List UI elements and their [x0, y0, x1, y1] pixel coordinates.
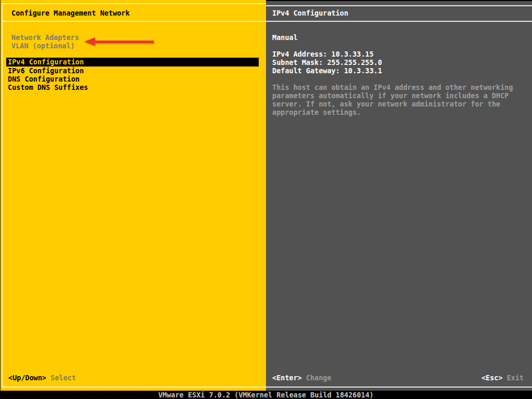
ipv4-configuration-panel: IPv4 Configuration Manual IPv4 Address: …	[266, 0, 532, 391]
description-line: This host can obtain an IPv4 address and…	[272, 83, 513, 91]
red-arrow-shaft	[92, 41, 154, 43]
updown-select-hint: <Up/Down> Select	[8, 374, 76, 382]
ipv4-settings-block: IPv4 Address: 10.3.33.15 Subnet Mask: 25…	[272, 50, 382, 75]
menu-item-ipv4-configuration[interactable]: IPv4 Configuration	[6, 58, 259, 66]
ipv4-address-label: IPv4 Address:	[272, 50, 331, 58]
title-separator	[2, 21, 266, 22]
ipv4-address-value: 10.3.33.15	[331, 50, 374, 58]
default-gateway-value: 10.3.33.1	[344, 66, 382, 75]
exit-action-label: Exit	[507, 374, 524, 382]
description-line: server. If not, ask your network adminis…	[272, 100, 513, 108]
panel-top-border	[2, 3, 266, 4]
menu-item-dns-configuration[interactable]: DNS Configuration	[6, 75, 259, 83]
updown-key-label: <Up/Down>	[8, 374, 46, 382]
enter-change-hint: <Enter> Change	[272, 374, 331, 382]
subnet-mask-row: Subnet Mask: 255.255.255.0	[272, 58, 382, 66]
subnet-mask-value: 255.255.255.0	[327, 58, 382, 66]
network-config-menu: IPv4 Configuration IPv6 Configuration DN…	[6, 58, 259, 91]
change-action-label: Change	[306, 374, 331, 382]
panel-top-edge	[266, 0, 532, 1]
default-gateway-label: Default Gateway:	[272, 66, 344, 75]
description-line: parameters automatically if your network…	[272, 91, 513, 100]
dhcp-description: This host can obtain an IPv4 address and…	[272, 83, 513, 116]
menu-item-custom-dns-suffixes[interactable]: Custom DNS Suffixes	[6, 83, 259, 91]
default-gateway-row: Default Gateway: 10.3.33.1	[272, 66, 382, 75]
panel-top-border	[266, 5, 532, 6]
description-line: appropriate settings.	[272, 108, 513, 116]
configure-management-network-panel: Configure Management Network Network Ada…	[0, 0, 266, 391]
title-separator	[266, 21, 532, 22]
panel-left-border	[2, 3, 3, 388]
panel-title: Configure Management Network	[11, 9, 130, 17]
ipv4-mode-value: Manual	[272, 33, 298, 42]
subnet-mask-label: Subnet Mask:	[272, 58, 327, 66]
menu-item-ipv6-configuration[interactable]: IPv6 Configuration	[6, 66, 259, 75]
ipv4-address-row: IPv4 Address: 10.3.33.15	[272, 50, 382, 58]
esc-key-label: <Esc>	[482, 374, 503, 382]
panel-title: IPv4 Configuration	[272, 9, 348, 17]
esxi-version-status-bar: VMware ESXi 7.0.2 (VMKernel Release Buil…	[0, 391, 532, 399]
panel-left-edge	[0, 0, 1, 391]
enter-key-label: <Enter>	[272, 374, 302, 382]
select-action-label: Select	[50, 374, 76, 382]
panel-bottom-border	[2, 387, 266, 388]
esxi-dcui-screen: Configure Management Network Network Ada…	[0, 0, 532, 399]
red-arrow-left-icon	[84, 37, 155, 46]
red-arrow-head	[84, 37, 95, 46]
menu-item-network-adapters[interactable]: Network Adapters	[11, 33, 79, 42]
panel-bottom-border	[266, 387, 532, 388]
esc-exit-hint: <Esc> Exit	[482, 374, 524, 382]
menu-item-vlan-optional[interactable]: VLAN (optional)	[11, 42, 75, 50]
